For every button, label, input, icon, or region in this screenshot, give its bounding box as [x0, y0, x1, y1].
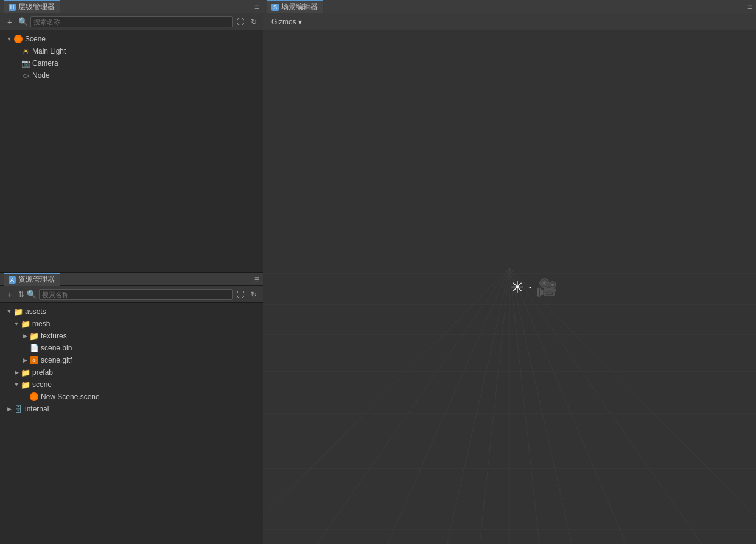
- scene-folder-arrow: ▼: [12, 380, 21, 389]
- scene-bin-icon: 📄: [29, 343, 39, 353]
- tree-item-main-light[interactable]: ☀ Main Light: [0, 45, 263, 57]
- camera-icon: 📷: [21, 58, 30, 68]
- new-scene-arrow: [21, 392, 29, 401]
- scene-label: Scene: [25, 35, 46, 43]
- tree-item-new-scene[interactable]: New Scene.scene: [0, 391, 263, 403]
- right-panel: S 场景编辑器 ≡ Gizmos ▾: [263, 0, 756, 544]
- tree-item-assets[interactable]: ▼ 📁 assets: [0, 305, 263, 318]
- hierarchy-tree: ▼ Scene ☀ Main Light 📷 Camera ◇: [0, 30, 263, 272]
- svg-line-17: [509, 268, 640, 544]
- assets-folder-icon: 📁: [13, 307, 23, 316]
- svg-line-16: [509, 268, 579, 544]
- prefab-arrow: ▶: [12, 368, 21, 377]
- sun-icon: ✳: [511, 278, 524, 297]
- internal-arrow: ▶: [5, 405, 13, 413]
- mesh-arrow: ▼: [12, 319, 21, 328]
- tree-item-scene-folder[interactable]: ▼ 📁 scene: [0, 378, 263, 391]
- scene-folder-label: scene: [32, 380, 52, 389]
- svg-line-12: [439, 268, 509, 544]
- tree-item-scene-bin[interactable]: 📄 scene.bin: [0, 342, 263, 354]
- scene-editor-tab[interactable]: S 场景编辑器: [267, 0, 323, 13]
- scene-gltf-label: scene.gltf: [41, 356, 72, 364]
- assets-tab[interactable]: A 资源管理器: [4, 273, 60, 286]
- node-arrow: [12, 71, 21, 80]
- assets-menu-icon[interactable]: ≡: [254, 274, 259, 284]
- mesh-label: mesh: [32, 319, 50, 328]
- tree-item-prefab[interactable]: ▶ 📁 prefab: [0, 366, 263, 378]
- main-light-label: Main Light: [32, 47, 66, 55]
- hierarchy-tab[interactable]: H 层级管理器: [4, 0, 60, 13]
- assets-arrow: ▼: [5, 307, 13, 316]
- assets-refresh-button[interactable]: ↻: [248, 289, 259, 300]
- scene-editor-title: 场景编辑器: [281, 2, 318, 12]
- svg-line-18: [509, 268, 726, 544]
- tree-item-mesh[interactable]: ▼ 📁 mesh: [0, 318, 263, 330]
- hierarchy-title: 层级管理器: [18, 2, 55, 12]
- scene-icons-overlay: ✳ • 🎥: [511, 277, 558, 298]
- camera-3d-icon: 🎥: [536, 277, 558, 298]
- assets-expand-button[interactable]: ⛶: [235, 289, 246, 300]
- tree-item-scene[interactable]: ▼ Scene: [0, 33, 263, 45]
- scene-icon: [13, 34, 23, 44]
- textures-arrow: ▶: [21, 332, 29, 340]
- textures-folder-icon: 📁: [29, 331, 39, 341]
- internal-icon: 🗄: [13, 404, 23, 414]
- gizmos-bar: Gizmos ▾: [263, 13, 756, 30]
- tree-item-scene-gltf[interactable]: ▶ G scene.gltf: [0, 354, 263, 366]
- scene-bin-label: scene.bin: [41, 344, 72, 352]
- svg-line-9: [263, 268, 509, 544]
- assets-sort-icon[interactable]: ⇅: [18, 290, 24, 299]
- scene-gltf-icon: G: [29, 355, 39, 365]
- main-light-arrow: [12, 47, 21, 55]
- hierarchy-panel: H 层级管理器 ≡ + 🔍 ⛶ ↻ ▼ Scene: [0, 0, 263, 273]
- main-light-icon: ☀: [21, 46, 30, 56]
- camera-arrow: [12, 59, 21, 68]
- hierarchy-search-icon[interactable]: 🔍: [18, 17, 28, 26]
- svg-line-15: [509, 268, 543, 544]
- assets-toolbar: + ⇅ 🔍 ⛶ ↻: [0, 286, 263, 303]
- gizmos-arrow-icon: ▾: [298, 18, 302, 26]
- hierarchy-refresh-button[interactable]: ↻: [248, 16, 259, 27]
- scene-tab-icon: S: [271, 4, 279, 11]
- hierarchy-add-button[interactable]: +: [4, 16, 16, 28]
- left-panel: H 层级管理器 ≡ + 🔍 ⛶ ↻ ▼ Scene: [0, 0, 263, 544]
- scene-bin-arrow: [21, 344, 29, 352]
- new-scene-label: New Scene.scene: [41, 392, 100, 401]
- scene-editor-menu-icon[interactable]: ≡: [747, 2, 752, 12]
- hierarchy-header: H 层级管理器 ≡: [0, 0, 263, 13]
- new-scene-icon: [29, 392, 39, 402]
- hierarchy-search-input[interactable]: [30, 16, 233, 27]
- node-icon: ◇: [21, 71, 30, 80]
- gizmos-label: Gizmos: [271, 18, 296, 26]
- assets-panel: A 资源管理器 ≡ + ⇅ 🔍 ⛶ ↻ ▼ 📁 assets: [0, 273, 263, 544]
- mesh-folder-icon: 📁: [21, 319, 30, 329]
- tree-item-node[interactable]: ◇ Node: [0, 69, 263, 82]
- assets-label: assets: [25, 307, 46, 316]
- internal-label: internal: [25, 405, 49, 413]
- scene-editor-header: S 场景编辑器 ≡: [263, 0, 756, 13]
- svg-line-19: [509, 268, 756, 544]
- camera-label: Camera: [32, 59, 58, 68]
- scene-arrow: ▼: [5, 35, 13, 43]
- assets-tab-active[interactable]: A 资源管理器: [4, 273, 60, 286]
- textures-label: textures: [41, 332, 67, 340]
- hierarchy-menu-icon[interactable]: ≡: [254, 2, 259, 12]
- scene-folder-icon: 📁: [21, 380, 30, 389]
- assets-header: A 资源管理器 ≡: [0, 273, 263, 286]
- scene-grid: [263, 30, 756, 544]
- node-label: Node: [32, 71, 50, 80]
- tree-item-camera[interactable]: 📷 Camera: [0, 57, 263, 69]
- tree-item-textures[interactable]: ▶ 📁 textures: [0, 330, 263, 342]
- assets-title: 资源管理器: [18, 274, 55, 285]
- assets-search-icon[interactable]: 🔍: [27, 290, 37, 299]
- hierarchy-tab-active[interactable]: H 层级管理器: [4, 0, 60, 13]
- gizmos-button[interactable]: Gizmos ▾: [268, 16, 306, 27]
- hierarchy-toolbar: + 🔍 ⛶ ↻: [0, 13, 263, 30]
- hierarchy-expand-button[interactable]: ⛶: [235, 16, 246, 27]
- scene-viewport[interactable]: ✳ • 🎥: [263, 30, 756, 544]
- assets-add-button[interactable]: +: [4, 288, 16, 301]
- assets-search-input[interactable]: [39, 289, 233, 300]
- tree-item-internal[interactable]: ▶ 🗄 internal: [0, 403, 263, 415]
- scene-gltf-arrow: ▶: [21, 356, 29, 364]
- camera-dots-icon: •: [529, 284, 531, 291]
